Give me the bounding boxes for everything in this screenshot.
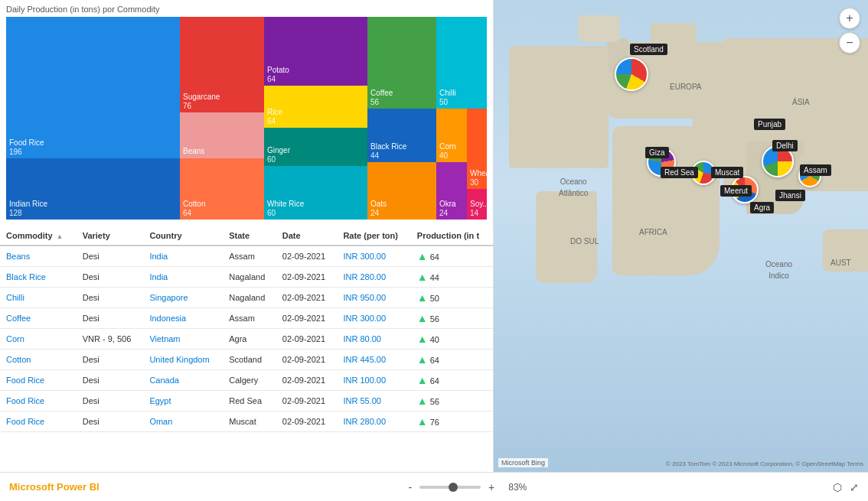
zoom-out-btn[interactable]: − [839, 32, 860, 54]
tile-value: 24 [439, 209, 464, 217]
north-america-land [509, 46, 609, 168]
trend-up-icon: ▲ [417, 333, 428, 345]
treemap-tile-indian-rice[interactable]: Indian Rice128 [6, 158, 180, 220]
agra-label[interactable]: Agra [750, 202, 774, 213]
africa-label: AFRICA [639, 228, 667, 236]
zoom-in-btn[interactable]: + [839, 8, 860, 29]
greenland-land [578, 15, 620, 42]
powerbi-logo[interactable]: Microsoft Power BI [9, 481, 100, 493]
cell-rate[interactable]: INR 55.00 [337, 391, 410, 412]
punjab-label[interactable]: Punjab [754, 119, 785, 130]
treemap-tile-coffee[interactable]: Coffee56 [367, 17, 436, 109]
col-state[interactable]: State [223, 226, 276, 246]
treemap-tile-sugarcane[interactable]: Sugarcane76 [180, 17, 264, 112]
do-sul-label: DO SUL [570, 237, 599, 246]
cell-rate[interactable]: INR 950.00 [337, 288, 410, 308]
cell-commodity[interactable]: Black Rice [0, 267, 77, 288]
cell-state: Agra [223, 329, 276, 350]
trend-up-icon: ▲ [417, 395, 428, 407]
cell-commodity[interactable]: Food Rice [0, 391, 77, 412]
col-commodity[interactable]: Commodity ▲ [0, 226, 77, 246]
cell-commodity[interactable]: Food Rice [0, 370, 77, 391]
table-section: Commodity ▲ Variety Country State Date R… [0, 226, 493, 472]
cell-country[interactable]: Singapore [143, 288, 223, 308]
giza-label[interactable]: Giza [645, 147, 669, 158]
cell-country[interactable]: United Kingdom [143, 350, 223, 370]
table-row: Corn VNR - 9, 506 Vietnam Agra 02-09-202… [0, 329, 493, 350]
cell-date: 02-09-2021 [276, 391, 338, 412]
cell-commodity[interactable]: Coffee [0, 308, 77, 329]
share-icon[interactable]: ⬡ [833, 481, 842, 493]
col-rate[interactable]: Rate (per ton) [337, 226, 410, 246]
cell-commodity[interactable]: Beans [0, 246, 77, 267]
cell-commodity[interactable]: Chilli [0, 288, 77, 308]
cell-commodity[interactable]: Food Rice [0, 412, 77, 432]
zoom-out-control[interactable]: - [405, 481, 415, 493]
cell-date: 02-09-2021 [276, 412, 338, 432]
treemap-tile-black-rice[interactable]: Black Rice44 [367, 109, 436, 162]
col-variety[interactable]: Variety [77, 226, 144, 246]
tile-value: 60 [267, 155, 364, 164]
cell-country[interactable]: Indonesia [143, 308, 223, 329]
red-sea-label[interactable]: Red Sea [661, 167, 698, 178]
cell-rate[interactable]: INR 80.00 [337, 329, 410, 350]
cell-rate[interactable]: INR 280.00 [337, 412, 410, 432]
treemap-tile-cotton[interactable]: Cotton64 [180, 158, 264, 220]
scotland-label[interactable]: Scotland [630, 44, 667, 55]
map-container[interactable]: EUROPA ÁSIA AFRICA OceanoAtlântico Ocean… [494, 0, 868, 472]
treemap-tile-oats[interactable]: Oats24 [367, 162, 436, 220]
main-container: Daily Production (in tons) por Commodity… [0, 0, 868, 501]
zoom-slider[interactable] [419, 486, 481, 489]
table-row: Black Rice Desi India Nagaland 02-09-202… [0, 267, 493, 288]
assam-label[interactable]: Assam [800, 164, 831, 176]
cell-rate[interactable]: INR 280.00 [337, 267, 410, 288]
cell-country[interactable]: Canada [143, 370, 223, 391]
treemap-tile-beans[interactable]: Beans [180, 112, 264, 158]
cell-rate[interactable]: INR 300.00 [337, 308, 410, 329]
trend-up-icon: ▲ [417, 415, 428, 428]
map-controls: + − [839, 8, 860, 54]
jhansi-label[interactable]: Jhansi [775, 190, 805, 201]
aust-label: AUST [830, 259, 851, 267]
cell-production: ▲ 56 [411, 308, 493, 329]
cell-state: Nagaland [223, 288, 276, 308]
table-row: Coffee Desi Indonesia Assam 02-09-2021 I… [0, 308, 493, 329]
treemap-tile-chilli[interactable]: Chilli50 [436, 17, 487, 109]
muscat-label[interactable]: Muscat [711, 167, 743, 178]
tile-label: Potato [267, 66, 364, 75]
treemap-tile-white-rice[interactable]: White Rice60 [264, 166, 367, 220]
cell-rate[interactable]: INR 445.00 [337, 350, 410, 370]
cell-rate[interactable]: INR 100.00 [337, 370, 410, 391]
treemap-tile-wheat[interactable]: Wheat30 [467, 109, 487, 189]
col-country[interactable]: Country [143, 226, 223, 246]
treemap-tile-rice[interactable]: Rice64 [264, 86, 367, 128]
meerut-label[interactable]: Meerut [720, 185, 752, 197]
tile-value: 64 [183, 209, 261, 217]
treemap-tile-potato[interactable]: Potato64 [264, 17, 367, 86]
content-area: Daily Production (in tons) por Commodity… [0, 0, 868, 472]
cell-country[interactable]: Egypt [143, 391, 223, 412]
treemap-tile-food-rice[interactable]: Food Rice196 [6, 17, 180, 158]
cell-country[interactable]: Oman [143, 412, 223, 432]
table-wrapper[interactable]: Commodity ▲ Variety Country State Date R… [0, 226, 493, 472]
expand-icon[interactable]: ⤢ [850, 481, 859, 493]
cell-country[interactable]: Vietnam [143, 329, 223, 350]
delhi-label[interactable]: Delhi [772, 140, 798, 151]
cell-rate[interactable]: INR 300.00 [337, 246, 410, 267]
cell-country[interactable]: India [143, 267, 223, 288]
tile-label: Indian Rice [9, 200, 177, 209]
cell-commodity[interactable]: Corn [0, 329, 77, 350]
scotland-pie[interactable] [615, 57, 648, 91]
treemap-tile-ginger[interactable]: Ginger60 [264, 128, 367, 166]
cell-country[interactable]: India [143, 246, 223, 267]
treemap-tile-corn[interactable]: Corn40 [436, 109, 467, 162]
cell-commodity[interactable]: Cotton [0, 350, 77, 370]
treemap-tile-okra[interactable]: Okra24 [436, 162, 467, 220]
zoom-in-control[interactable]: + [485, 481, 498, 493]
treemap-tile-soy[interactable]: Soy...14 [467, 189, 487, 220]
cell-production: ▲ 64 [411, 350, 493, 370]
col-production[interactable]: Production (in t [411, 226, 493, 246]
trend-up-icon: ▲ [417, 353, 428, 366]
table-row: Food Rice Desi Oman Muscat 02-09-2021 IN… [0, 412, 493, 432]
col-date[interactable]: Date [276, 226, 338, 246]
